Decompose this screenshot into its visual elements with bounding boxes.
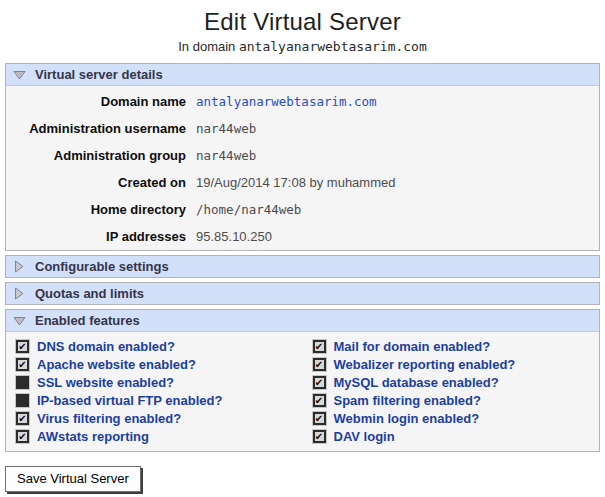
detail-label: Administration group <box>6 148 186 163</box>
section-header-virtual-server-details[interactable]: Virtual server details <box>6 64 599 85</box>
feature-label: Spam filtering enabled? <box>334 393 481 408</box>
features-body: DNS domain enabled? Apache website enabl… <box>6 331 599 451</box>
feature-row: MySQL database enabled? <box>303 373 600 391</box>
feature-row: DNS domain enabled? <box>6 337 303 355</box>
feature-row: Webalizer reporting enabled? <box>303 355 600 373</box>
check-icon <box>315 432 323 441</box>
feature-row: Spam filtering enabled? <box>303 391 600 409</box>
detail-value: nar44web <box>196 148 256 163</box>
section-label: Enabled features <box>35 313 140 328</box>
details-rows: Domain name antalyanarwebtasarim.com Adm… <box>6 85 599 250</box>
feature-checkbox[interactable] <box>16 412 29 425</box>
expand-triangle-icon[interactable] <box>12 260 26 273</box>
page-subtitle: In domain antalyanarwebtasarim.com <box>0 39 605 54</box>
detail-row: Created on 19/Aug/2014 17:08 by muhammed <box>6 169 599 196</box>
feature-checkbox[interactable] <box>313 358 326 371</box>
feature-checkbox[interactable] <box>313 394 326 407</box>
check-icon <box>18 432 26 441</box>
feature-checkbox[interactable] <box>16 340 29 353</box>
detail-value: /home/nar44web <box>196 202 301 217</box>
check-icon <box>315 360 323 369</box>
detail-row: Domain name antalyanarwebtasarim.com <box>6 88 599 115</box>
detail-value: 19/Aug/2014 17:08 by muhammed <box>196 175 395 190</box>
feature-checkbox[interactable] <box>16 376 29 389</box>
detail-label: Domain name <box>6 94 186 109</box>
feature-checkbox[interactable] <box>313 412 326 425</box>
feature-row: DAV login <box>303 427 600 445</box>
features-column-right: Mail for domain enabled? Webalizer repor… <box>303 337 600 445</box>
section-label: Virtual server details <box>35 67 163 82</box>
check-icon <box>18 342 26 351</box>
feature-checkbox[interactable] <box>313 340 326 353</box>
feature-row: Mail for domain enabled? <box>303 337 600 355</box>
feature-row: AWstats reporting <box>6 427 303 445</box>
feature-label: Mail for domain enabled? <box>334 339 491 354</box>
feature-row: IP-based virtual FTP enabled? <box>6 391 303 409</box>
feature-row: Webmin login enabled? <box>303 409 600 427</box>
collapse-triangle-icon[interactable] <box>12 316 26 326</box>
feature-checkbox[interactable] <box>16 430 29 443</box>
section-configurable-settings: Configurable settings <box>5 255 600 278</box>
feature-label: Webalizer reporting enabled? <box>334 357 516 372</box>
check-icon <box>18 360 26 369</box>
detail-label: IP addresses <box>6 229 186 244</box>
save-virtual-server-button[interactable]: Save Virtual Server <box>5 466 141 492</box>
detail-value: 95.85.10.250 <box>196 229 272 244</box>
sections-container: Virtual server details Domain name antal… <box>5 63 600 452</box>
features-column-left: DNS domain enabled? Apache website enabl… <box>6 337 303 445</box>
feature-label: MySQL database enabled? <box>334 375 499 390</box>
collapse-triangle-icon[interactable] <box>12 70 26 80</box>
check-icon <box>315 378 323 387</box>
feature-checkbox[interactable] <box>313 376 326 389</box>
feature-checkbox[interactable] <box>16 358 29 371</box>
feature-checkbox[interactable] <box>16 394 29 407</box>
section-header-enabled-features[interactable]: Enabled features <box>6 310 599 331</box>
subtitle-domain: antalyanarwebtasarim.com <box>239 39 427 54</box>
feature-label: DNS domain enabled? <box>37 339 175 354</box>
section-header-configurable-settings[interactable]: Configurable settings <box>6 256 599 277</box>
detail-row: Home directory /home/nar44web <box>6 196 599 223</box>
section-label: Configurable settings <box>35 259 169 274</box>
feature-label: DAV login <box>334 429 395 444</box>
check-icon <box>315 342 323 351</box>
feature-checkbox[interactable] <box>313 430 326 443</box>
feature-row: Virus filtering enabled? <box>6 409 303 427</box>
detail-label: Administration username <box>6 121 186 136</box>
check-icon <box>315 396 323 405</box>
detail-label: Created on <box>6 175 186 190</box>
feature-label: Virus filtering enabled? <box>37 411 181 426</box>
detail-row: IP addresses 95.85.10.250 <box>6 223 599 250</box>
detail-value: nar44web <box>196 121 256 136</box>
feature-row: SSL website enabled? <box>6 373 303 391</box>
detail-row: Administration group nar44web <box>6 142 599 169</box>
feature-label: IP-based virtual FTP enabled? <box>37 393 222 408</box>
section-label: Quotas and limits <box>35 286 144 301</box>
detail-row: Administration username nar44web <box>6 115 599 142</box>
feature-row: Apache website enabled? <box>6 355 303 373</box>
expand-triangle-icon[interactable] <box>12 287 26 300</box>
check-icon <box>18 414 26 423</box>
section-header-quotas-and-limits[interactable]: Quotas and limits <box>6 283 599 304</box>
section-enabled-features: Enabled features DNS domain enabled? Apa… <box>5 309 600 452</box>
feature-label: SSL website enabled? <box>37 375 174 390</box>
section-virtual-server-details: Virtual server details Domain name antal… <box>5 63 600 251</box>
feature-label: Webmin login enabled? <box>334 411 480 426</box>
section-quotas-and-limits: Quotas and limits <box>5 282 600 305</box>
detail-value: antalyanarwebtasarim.com <box>196 94 377 109</box>
feature-label: Apache website enabled? <box>37 357 196 372</box>
check-icon <box>315 414 323 423</box>
page-title: Edit Virtual Server <box>0 8 605 36</box>
feature-label: AWstats reporting <box>37 429 149 444</box>
subtitle-prefix: In domain <box>178 39 235 54</box>
detail-label: Home directory <box>6 202 186 217</box>
